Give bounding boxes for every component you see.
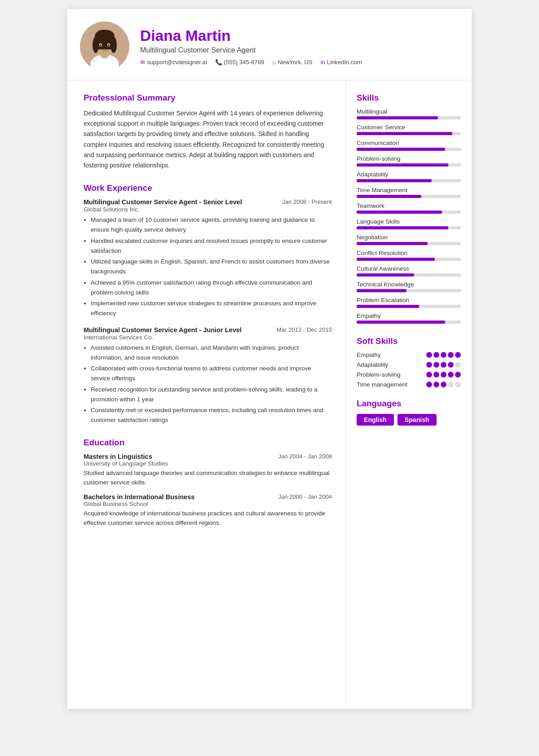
soft-skill-row: Time management [357, 381, 461, 388]
skill-dot [426, 382, 432, 387]
candidate-name: Diana Martin [140, 27, 455, 44]
skill-item: Cultural Awareness [357, 265, 461, 277]
skill-dot [426, 362, 432, 368]
skill-bar-background [357, 321, 461, 324]
edu-desc: Studied advanced language theories and c… [84, 468, 332, 487]
edu-school: Global Business School [84, 501, 332, 507]
skill-bar-fill [357, 195, 421, 198]
job-item: Multilingual Customer Service Agent - Ju… [84, 326, 332, 425]
svg-rect-13 [91, 62, 118, 71]
job-bullets: Assisted customers in English, German, a… [91, 343, 332, 425]
skills-section: Skills Multilingual Customer Service Com… [357, 93, 461, 324]
job-bullet: Received recognition for outstanding ser… [91, 385, 332, 404]
skill-bar-background [357, 273, 461, 277]
skill-bar-background [357, 163, 461, 167]
job-bullet: Managed a team of 10 customer service ag… [91, 215, 332, 235]
svg-point-11 [108, 44, 110, 46]
job-header: Multilingual Customer Service Agent - Ju… [84, 326, 332, 334]
skill-item: Customer Service [357, 124, 461, 135]
location-icon: ⌂ [272, 59, 276, 66]
skill-bar-fill [357, 116, 438, 119]
language-tag: Spanish [398, 414, 437, 426]
skill-item: Multilingual [357, 108, 461, 119]
email-contact: ✉ support@cvdesigner.ai [140, 59, 207, 66]
jobs-container: Multilingual Customer Service Agent - Se… [84, 198, 332, 425]
job-company: Global Solutions Inc. [84, 206, 332, 213]
job-bullets: Managed a team of 10 customer service ag… [91, 215, 332, 318]
language-tags: EnglishSpanish [357, 414, 461, 426]
summary-title: Professional Summary [84, 93, 332, 103]
job-date: Mar 2012 - Dec 2015 [277, 326, 332, 333]
skill-bar-fill [357, 163, 448, 167]
education-title: Education [84, 438, 332, 448]
soft-skill-name: Adaptability [357, 361, 388, 368]
skill-name: Problem-solving [357, 155, 461, 162]
skill-bar-background [357, 289, 461, 292]
work-experience-section: Work Experience Multilingual Customer Se… [84, 183, 332, 425]
email-value: support@cvdesigner.ai [147, 59, 207, 66]
resume-container: Diana Martin Multilingual Customer Servi… [67, 9, 472, 709]
skill-item: Communication [357, 140, 461, 151]
soft-skill-row: Empathy [357, 352, 461, 358]
job-bullet: Implemented new customer service strateg… [91, 299, 332, 318]
skill-bar-fill [357, 211, 442, 214]
skill-bar-background [357, 242, 461, 245]
svg-rect-7 [95, 41, 115, 49]
main-content: Professional Summary Dedicated Multiling… [67, 80, 472, 709]
skills-container: Multilingual Customer Service Communicat… [357, 108, 461, 324]
skills-title: Skills [357, 93, 461, 103]
edu-header: Masters in Linguistics Jan 2004 - Jan 20… [84, 453, 332, 460]
location-contact: ⌂ NewYork, US [272, 59, 312, 66]
soft-skill-row: Adaptability [357, 361, 461, 368]
skill-dot [455, 372, 461, 378]
edu-date: Jan 2004 - Jan 2008 [278, 453, 332, 460]
dots-container [426, 382, 461, 387]
soft-skills-container: Empathy Adaptability Problem-solving Tim… [357, 352, 461, 388]
avatar [80, 22, 129, 71]
skill-bar-fill [357, 305, 419, 308]
languages-section: Languages EnglishSpanish [357, 399, 461, 426]
skill-item: Conflict Resolution [357, 250, 461, 261]
skill-dot [455, 382, 461, 387]
skill-name: Conflict Resolution [357, 250, 461, 256]
skill-dot [426, 372, 432, 378]
phone-icon: 📞 [215, 59, 222, 66]
summary-text: Dedicated Multilingual Customer Service … [84, 108, 332, 171]
soft-skills-section: Soft Skills Empathy Adaptability Problem… [357, 336, 461, 388]
skill-bar-fill [357, 132, 452, 135]
skill-bar-background [357, 116, 461, 119]
skill-bar-fill [357, 273, 414, 277]
skill-dot [433, 382, 439, 387]
skill-item: Teamwork [357, 202, 461, 214]
dots-container [426, 352, 461, 358]
skill-item: Negotiation [357, 234, 461, 245]
job-bullet: Handled escalated customer inquiries and… [91, 236, 332, 256]
edu-degree: Masters in Linguistics [84, 453, 152, 460]
language-tag: English [357, 414, 394, 426]
skill-name: Time Management [357, 187, 461, 193]
skill-bar-background [357, 305, 461, 308]
phone-value: (555) 345-6789 [224, 59, 265, 66]
skill-dot [441, 362, 446, 368]
soft-skills-title: Soft Skills [357, 336, 461, 346]
skill-name: Technical Knowledge [357, 281, 461, 288]
header-contacts: ✉ support@cvdesigner.ai 📞 (555) 345-6789… [140, 59, 455, 66]
soft-skill-row: Problem-solving [357, 371, 461, 378]
skill-dot [433, 352, 439, 358]
job-bullet: Consistently met or exceeded performance… [91, 405, 332, 425]
edu-desc: Acquired knowledge of international busi… [84, 509, 332, 527]
summary-section: Professional Summary Dedicated Multiling… [84, 93, 332, 171]
job-company: International Services Co. [84, 334, 332, 341]
location-value: NewYork, US [278, 59, 312, 66]
svg-point-10 [100, 44, 102, 46]
skill-name: Adaptability [357, 171, 461, 178]
education-section: Education Masters in Linguistics Jan 200… [84, 438, 332, 527]
dots-container [426, 362, 461, 368]
skill-name: Multilingual [357, 108, 461, 115]
skill-bar-fill [357, 258, 435, 261]
skill-name: Communication [357, 140, 461, 146]
skill-dot [433, 362, 439, 368]
job-bullet: Assisted customers in English, German, a… [91, 343, 332, 363]
skill-bar-fill [357, 289, 406, 292]
skill-item: Language Skills [357, 218, 461, 229]
